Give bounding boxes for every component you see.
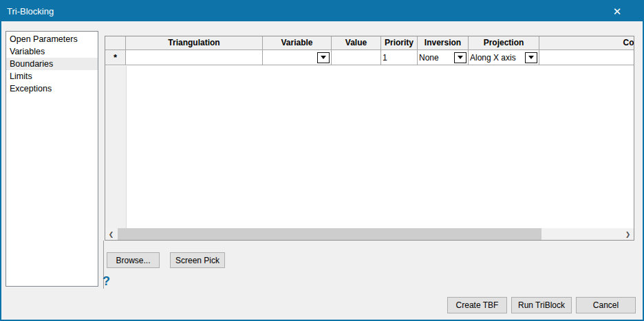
priority-cell[interactable]: 1	[381, 50, 418, 65]
help-icon[interactable]: ?	[103, 274, 110, 289]
grid-horizontal-scrollbar[interactable]: ❮ ❯	[105, 228, 634, 240]
scroll-left-button[interactable]: ❮	[105, 228, 117, 240]
projection-value: Along X axis	[470, 53, 516, 63]
boundaries-grid: Triangulation Variable Value Priority In…	[105, 36, 634, 241]
browse-button[interactable]: Browse...	[107, 252, 160, 268]
run-triblock-button[interactable]: Run TriBlock	[511, 297, 572, 313]
column-header-inversion[interactable]: Inversion	[418, 36, 469, 50]
column-header-triangulation[interactable]: Triangulation	[126, 36, 263, 50]
sidebar-item-variables[interactable]: Variables	[6, 45, 98, 58]
inversion-cell[interactable]: None	[418, 50, 469, 65]
tri-blocking-dialog: Tri-Blocking ✕ Open Parameters Variables…	[0, 0, 644, 321]
column-header-value[interactable]: Value	[332, 36, 381, 50]
new-row-marker[interactable]: *	[105, 50, 126, 65]
close-button[interactable]: ✕	[601, 1, 633, 21]
chevron-down-icon	[321, 56, 326, 59]
variable-cell[interactable]	[263, 50, 332, 65]
close-icon: ✕	[613, 5, 622, 18]
grid-rows: Triangulation Variable Value Priority In…	[105, 36, 634, 65]
projection-cell[interactable]: Along X axis	[469, 50, 539, 65]
row-header-strip	[105, 66, 127, 228]
sidebar-item-limits[interactable]: Limits	[6, 70, 98, 82]
projection-dropdown-button[interactable]	[525, 52, 537, 63]
scroll-left-icon: ❮	[109, 231, 114, 238]
screen-pick-button[interactable]: Screen Pick	[170, 252, 225, 268]
sidebar-item-exceptions[interactable]: Exceptions	[6, 82, 98, 95]
column-header-corner	[105, 36, 126, 50]
grid-new-row: * 1 None Along X axis	[105, 50, 634, 65]
sidebar-item-open-parameters[interactable]: Open Parameters	[6, 33, 98, 45]
column-header-condition[interactable]: Condition	[539, 36, 634, 50]
inversion-value: None	[419, 53, 439, 63]
titlebar: Tri-Blocking ✕	[1, 1, 643, 21]
value-cell[interactable]	[332, 50, 381, 65]
cancel-button[interactable]: Cancel	[576, 297, 636, 313]
column-header-variable[interactable]: Variable	[263, 36, 332, 50]
create-tbf-button[interactable]: Create TBF	[447, 297, 507, 313]
sidebar-item-boundaries[interactable]: Boundaries	[6, 58, 98, 70]
inversion-dropdown-button[interactable]	[454, 52, 466, 63]
scroll-right-icon: ❯	[625, 231, 631, 238]
window-title: Tri-Blocking	[7, 1, 54, 21]
chevron-down-icon	[458, 56, 463, 59]
variable-dropdown-button[interactable]	[317, 52, 330, 63]
scrollbar-thumb[interactable]	[118, 228, 541, 240]
condition-cell[interactable]	[539, 50, 634, 65]
column-header-priority[interactable]: Priority	[381, 36, 418, 50]
parameters-listbox: Open Parameters Variables Boundaries Lim…	[6, 31, 98, 287]
column-header-projection[interactable]: Projection	[469, 36, 539, 50]
chevron-down-icon	[528, 56, 534, 59]
grid-header-row: Triangulation Variable Value Priority In…	[105, 36, 634, 50]
scroll-right-button[interactable]: ❯	[622, 228, 634, 240]
triangulation-cell[interactable]	[126, 50, 263, 65]
